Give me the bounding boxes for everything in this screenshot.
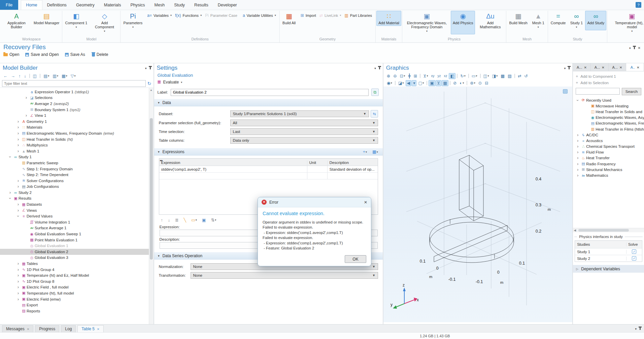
- graphics-toolbar-icon[interactable]: yz ▾: [436, 73, 442, 79]
- ribbon-button[interactable]: ▤ Model Manager ▾: [32, 11, 61, 30]
- ribbon-button[interactable]: ⊞ Import ▾: [299, 12, 318, 18]
- graphics-toolbar-icon[interactable]: ⊙ ▾: [477, 80, 483, 86]
- graphics-toolbar-icon[interactable]: ◧ ▾: [449, 73, 455, 79]
- tree-expander-icon[interactable]: ›: [15, 131, 21, 136]
- tree-item[interactable]: ▣ Microwave Heating: [573, 103, 644, 109]
- expression-toolbar-icon[interactable]: ⇅ ▾: [210, 217, 218, 223]
- tree-expander-icon[interactable]: ›: [15, 178, 21, 183]
- ribbon-button[interactable]: f(x) Functions ▾: [173, 12, 203, 18]
- graphics-toolbar-icon[interactable]: ▭ ▾: [470, 73, 479, 79]
- graphics-toolbar-icon[interactable]: ⊟ ▾: [483, 80, 489, 86]
- tree-expander-icon[interactable]: ›: [16, 213, 21, 219]
- tree-expander-icon[interactable]: ›: [15, 149, 21, 154]
- tree-expander-icon[interactable]: ›: [575, 133, 580, 137]
- recovery-action-button[interactable]: Save As: [65, 52, 85, 57]
- output-tab[interactable]: Table 5: [77, 325, 103, 332]
- graphics-toolbar-icon[interactable]: ⇄ ▾: [516, 73, 522, 79]
- tree-item[interactable]: ▤ Electromagnetic Waves, Fre: [573, 121, 644, 126]
- tree-item[interactable]: › ≋ Fluid Flow: [573, 149, 644, 155]
- expression-toolbar-icon[interactable]: ▭ ▾: [190, 217, 198, 223]
- section-header-data[interactable]: ▼ Data: [154, 99, 383, 106]
- close-icon[interactable]: [637, 65, 639, 69]
- menu-tab[interactable]: Home: [21, 0, 42, 10]
- table-row[interactable]: Study 1: [575, 248, 642, 255]
- graphics-toolbar-icon[interactable]: ▾: [395, 81, 396, 85]
- tree-item[interactable]: › ▦ Tables: [0, 261, 154, 267]
- tree-item[interactable]: › ∴ Multiphysics: [0, 142, 154, 148]
- tree-expander-icon[interactable]: ›: [15, 137, 21, 142]
- pin-icon[interactable]: [634, 46, 635, 49]
- graphics-toolbar-icon[interactable]: ▾ ▾: [412, 80, 416, 86]
- add-to-selection-button[interactable]: Add to Selection: [576, 79, 641, 86]
- tree-item[interactable]: › ▦ Datasets: [0, 201, 154, 207]
- tree-item[interactable]: AV Average 2 (aveop2): [0, 101, 154, 107]
- tree-item[interactable]: ▥ Heat Transfer in Films (htlsh: [573, 126, 644, 132]
- tree-item[interactable]: › ⟳ Recently Used: [573, 97, 644, 103]
- graphics-toolbar-icon[interactable]: ▾: [480, 74, 481, 78]
- tree-item[interactable]: ▨ Reports: [0, 308, 154, 314]
- window-tab[interactable]: A...: [573, 63, 591, 71]
- graphics-toolbar-icon[interactable]: ╋ ▾: [407, 73, 412, 79]
- menu-tab[interactable]: Physics: [126, 0, 149, 10]
- graphics-toolbar-icon[interactable]: ▨ ▾: [506, 73, 513, 79]
- ribbon-button[interactable]: a Variable Utilities ▾: [241, 12, 278, 18]
- graphics-toolbar-icon[interactable]: ▾: [467, 81, 467, 85]
- tree-filter-input[interactable]: [2, 80, 146, 87]
- tree-item[interactable]: › » Acoustics: [573, 138, 644, 143]
- tree-expander-icon[interactable]: ›: [15, 279, 21, 284]
- tree-expander-icon[interactable]: ›: [15, 202, 21, 207]
- recovery-action-button[interactable]: Delete: [91, 52, 108, 57]
- tree-item[interactable]: › ▤ Radio Frequency: [573, 161, 644, 167]
- pin-icon[interactable]: [379, 67, 380, 69]
- cell-description[interactable]: [328, 173, 378, 179]
- tree-expander-icon[interactable]: ›: [24, 95, 29, 100]
- window-tab[interactable]: A...: [609, 63, 626, 71]
- model-builder-toolbar-icon[interactable]: ▤▾: [42, 73, 50, 79]
- scroll-up-icon[interactable]: ▲: [149, 88, 154, 92]
- expressions-header-icon[interactable]: ▦ ▾: [371, 149, 379, 155]
- model-builder-toolbar-icon[interactable]: ▦▾: [60, 73, 69, 79]
- tree-expander-icon[interactable]: ›: [15, 143, 21, 147]
- close-icon[interactable]: [27, 327, 30, 331]
- graphics-toolbar-icon[interactable]: ◨ ▾: [490, 73, 499, 79]
- dropdown-select[interactable]: Study 1/Parametric Solutions 1 (sol3) ▼: [230, 110, 369, 117]
- column-header-expression[interactable]: Expression: [159, 161, 307, 166]
- tree-expander-icon[interactable]: ›: [8, 154, 12, 160]
- column-header-unit[interactable]: Unit: [307, 161, 328, 166]
- graphics-toolbar-icon[interactable]: ▾: [427, 81, 427, 85]
- scroll-left-icon[interactable]: ◀: [574, 228, 576, 233]
- tree-item[interactable]: ▤ Export: [0, 302, 154, 308]
- cell-unit[interactable]: [307, 166, 328, 172]
- recovery-action-button[interactable]: Save and Open: [25, 52, 59, 57]
- model-builder-toolbar-icon[interactable]: ▾: [29, 74, 30, 78]
- graphics-toolbar-icon[interactable]: ⊘ ▾: [452, 80, 458, 86]
- model-builder-toolbar-icon[interactable]: ←▾: [2, 73, 9, 79]
- label-input[interactable]: [171, 89, 369, 96]
- tree-item[interactable]: › ▣ Temperature (ht) and Ez, Half Model: [0, 272, 154, 278]
- graphics-toolbar-icon[interactable]: ◉ ▾: [385, 80, 394, 86]
- ribbon-button[interactable]: ◉ Add Physics ▾: [451, 11, 475, 34]
- panel-menu-icon[interactable]: [374, 66, 376, 70]
- tree-item[interactable]: › ▣ Temperature (ht), full model: [0, 290, 154, 296]
- tree-expander-icon[interactable]: ›: [7, 190, 13, 195]
- tree-expander-icon[interactable]: ›: [15, 273, 21, 278]
- tree-expander-icon[interactable]: ›: [15, 297, 21, 302]
- output-tab[interactable]: Messages: [2, 325, 33, 332]
- tree-item[interactable]: › ▣ Electric Field (emw): [0, 296, 154, 302]
- expression-toolbar-icon[interactable]: ↓ ▾: [167, 217, 171, 223]
- ribbon-button[interactable]: A Application Builder ▾: [1, 11, 32, 30]
- tree-item[interactable]: AV Surface Average 1: [0, 225, 154, 231]
- window-tab[interactable]: A..: [626, 63, 644, 71]
- table-row[interactable]: stddev('comp1.aveop2', T) Standard devia…: [159, 166, 378, 173]
- tree-expander-icon[interactable]: ›: [15, 208, 21, 213]
- ok-button[interactable]: OK: [345, 255, 366, 263]
- expressions-header-icon[interactable]: + ▾: [362, 149, 368, 155]
- tree-expander-icon[interactable]: ›: [575, 167, 580, 172]
- plot-note-icon[interactable]: [563, 89, 568, 94]
- tree-item[interactable]: › ◪ Selections: [0, 95, 154, 101]
- close-icon[interactable]: [97, 327, 100, 331]
- panel-menu-icon[interactable]: [145, 66, 147, 70]
- section-header-expressions[interactable]: ▼ Expressions + ▾ ▦ ▾: [154, 148, 383, 156]
- tree-expander-icon[interactable]: ›: [575, 162, 580, 166]
- tree-item[interactable]: › ∠ View 1: [0, 112, 154, 118]
